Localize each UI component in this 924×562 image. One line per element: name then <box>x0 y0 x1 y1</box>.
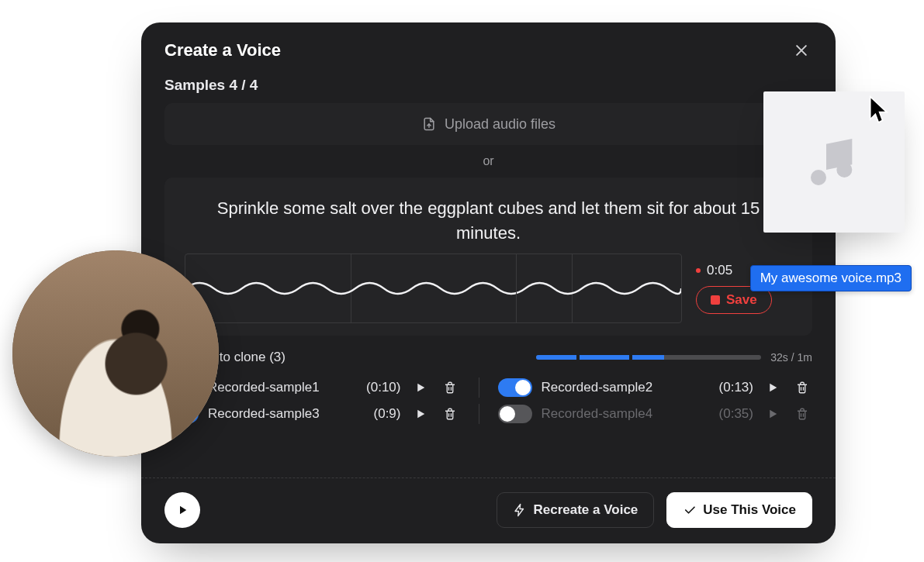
delete-sample-button[interactable] <box>792 378 812 398</box>
play-icon <box>414 381 427 395</box>
upload-label: Upload audio files <box>445 116 555 133</box>
samples-counter: Samples 4 / 4 <box>164 77 812 94</box>
recreate-voice-button[interactable]: Recreate a Voice <box>497 492 654 528</box>
delete-sample-button[interactable] <box>440 404 460 424</box>
modal-header: Create a Voice <box>141 22 836 72</box>
trash-icon <box>795 407 809 421</box>
modal-title: Create a Voice <box>164 40 281 60</box>
recording-panel: Sprinkle some salt over the eggplant cub… <box>164 178 812 336</box>
or-separator: or <box>164 154 812 168</box>
waveform-track[interactable] <box>185 253 682 323</box>
sample-name: Recorded-sample1 <box>208 380 357 395</box>
play-icon <box>175 503 189 517</box>
sample-row: Recorded-sample4 (0:35) <box>498 404 813 424</box>
close-button[interactable] <box>791 40 812 61</box>
play-icon <box>766 407 780 421</box>
delete-sample-button[interactable] <box>440 378 460 398</box>
samples-duration-progress <box>536 355 761 360</box>
clone-samples-list: Recorded-sample1 (0:10) Recorded-sample2… <box>164 378 812 424</box>
sample-toggle[interactable] <box>498 405 532 423</box>
sample-duration: (0:9) <box>374 406 401 422</box>
play-sample-button[interactable] <box>410 404 431 424</box>
play-icon <box>766 381 780 395</box>
play-icon <box>414 407 427 421</box>
play-sample-button[interactable] <box>763 404 783 424</box>
close-icon <box>794 43 809 58</box>
sample-name: Recorded-sample4 <box>542 406 710 422</box>
avatar <box>12 250 219 457</box>
bolt-icon <box>513 503 527 517</box>
create-voice-modal: Create a Voice Samples 4 / 4 Upload audi… <box>141 22 836 543</box>
sample-row: Recorded-sample3 (0:9) <box>164 404 479 424</box>
recreate-label: Recreate a Voice <box>533 502 638 518</box>
save-label: Save <box>726 292 757 308</box>
play-sample-button[interactable] <box>410 378 431 398</box>
upload-audio-button[interactable]: Upload audio files <box>164 103 812 145</box>
dragged-file-label: My awesome voice.mp3 <box>750 265 912 291</box>
trash-icon <box>443 407 457 421</box>
cursor-icon <box>868 95 893 126</box>
recording-timer: 0:05 <box>696 263 732 278</box>
upload-icon <box>421 116 437 132</box>
delete-sample-button[interactable] <box>792 404 812 424</box>
sample-duration: (0:13) <box>719 380 753 395</box>
trash-icon <box>443 381 457 395</box>
trash-icon <box>795 381 809 395</box>
reading-prompt: Sprinkle some salt over the eggplant cub… <box>185 196 792 246</box>
sample-name: Recorded-sample3 <box>208 406 365 422</box>
preview-voice-button[interactable] <box>164 492 200 528</box>
sample-toggle[interactable] <box>498 378 532 397</box>
modal-footer: Recreate a Voice Use This Voice <box>141 478 836 543</box>
sample-row: Recorded-sample2 (0:13) <box>498 378 813 398</box>
waveform <box>185 273 681 304</box>
timer-value: 0:05 <box>707 263 732 278</box>
use-label: Use This Voice <box>703 502 796 518</box>
sample-duration: (0:10) <box>366 380 400 395</box>
sample-name: Recorded-sample2 <box>542 380 710 395</box>
play-sample-button[interactable] <box>763 378 783 398</box>
recording-indicator-dot <box>696 268 701 273</box>
samples-duration-label: 32s / 1m <box>770 351 812 364</box>
use-this-voice-button[interactable]: Use This Voice <box>666 492 812 528</box>
music-note-icon <box>803 131 865 193</box>
check-icon <box>683 503 697 517</box>
stop-icon <box>711 295 720 305</box>
sample-duration: (0:35) <box>719 406 753 422</box>
clone-samples-header: Samples to clone (3) 32s / 1m <box>164 350 812 365</box>
